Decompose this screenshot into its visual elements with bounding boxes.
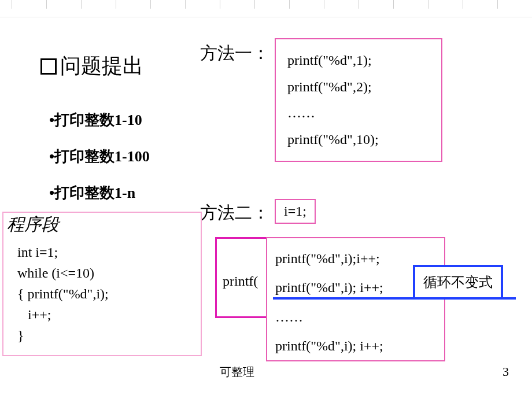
program-title: 程序段 bbox=[7, 213, 59, 237]
method2-init-text: i=1; bbox=[284, 204, 306, 219]
footer-text: 可整理 bbox=[220, 364, 254, 380]
ruler-horizontal bbox=[0, 0, 532, 17]
method1-label: 方法一： bbox=[200, 42, 269, 65]
code-line: printf("%d",i);i++; bbox=[275, 244, 436, 273]
code-line: …… bbox=[275, 302, 436, 331]
bullet-item: •打印整数1-100 bbox=[49, 146, 150, 167]
code-line: …… bbox=[287, 100, 430, 127]
method2-bg-text: printf( bbox=[223, 274, 258, 289]
code-line: printf("%d",i); i++; bbox=[275, 331, 436, 360]
bullet-item: •打印整数1-10 bbox=[49, 110, 150, 130]
section-title-text: 问题提出 bbox=[60, 52, 143, 80]
code-line: printf("%d",10); bbox=[287, 127, 430, 153]
bullet-list: •打印整数1-10 •打印整数1-100 •打印整数1-n bbox=[49, 110, 150, 219]
method2-init-box: i=1; bbox=[275, 199, 316, 224]
loop-invariant-text: 循环不变式 bbox=[423, 275, 493, 290]
loop-invariant-label: 循环不变式 bbox=[413, 265, 503, 300]
checkbox-bullet-icon bbox=[40, 58, 57, 75]
page-number: 3 bbox=[503, 364, 509, 379]
code-line: printf("%d",1); bbox=[287, 47, 430, 74]
slide-content: 问题提出 •打印整数1-10 •打印整数1-100 •打印整数1-n 方法一： … bbox=[0, 17, 532, 399]
method1-code-box: printf("%d",1); printf("%d",2); …… print… bbox=[275, 38, 442, 162]
method2-label: 方法二： bbox=[200, 201, 269, 225]
section-title: 问题提出 bbox=[40, 52, 143, 80]
program-code: int i=1; while (i<=10) { printf("%d",i);… bbox=[14, 242, 190, 346]
bullet-item: •打印整数1-n bbox=[49, 183, 150, 203]
code-line: printf("%d",2); bbox=[287, 74, 430, 101]
